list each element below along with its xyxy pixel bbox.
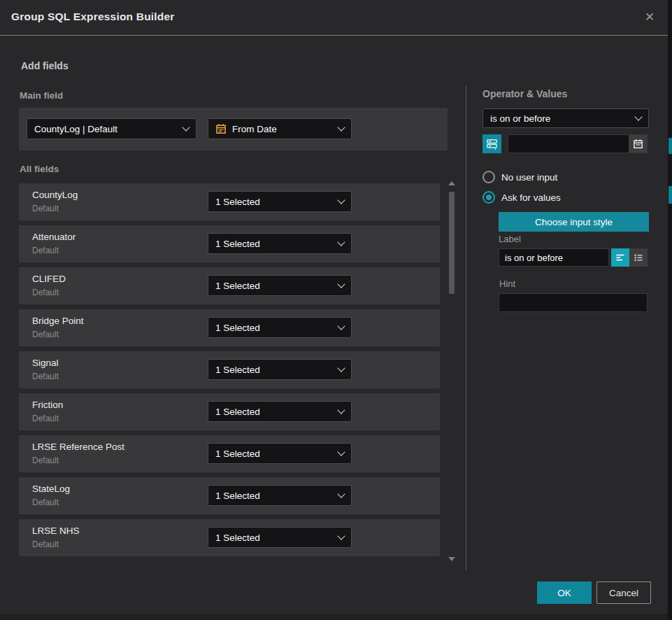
main-field-label: Main field bbox=[20, 90, 63, 101]
field-selection-value: 1 Selected bbox=[215, 449, 260, 459]
label-style-text-button[interactable] bbox=[611, 248, 629, 267]
scrollbar-thumb[interactable] bbox=[449, 192, 455, 294]
field-name: LRSE NHS bbox=[32, 526, 80, 536]
dialog-surface: Group SQL Expression Builder ✕ Add field… bbox=[0, 0, 668, 620]
operator-value: is on or before bbox=[490, 113, 550, 124]
scrollbar-up-arrow-icon[interactable] bbox=[448, 181, 455, 185]
scrollbar-down-arrow-icon[interactable] bbox=[448, 557, 455, 561]
chevron-down-icon bbox=[337, 123, 345, 131]
hint-input[interactable] bbox=[499, 293, 648, 312]
field-selection-value: 1 Selected bbox=[215, 533, 260, 543]
chevron-down-icon bbox=[337, 448, 345, 456]
chevron-down-icon bbox=[337, 280, 345, 288]
input-type-button[interactable] bbox=[482, 134, 501, 153]
chevron-down-icon bbox=[337, 364, 345, 372]
dialog-title: Group SQL Expression Builder bbox=[11, 10, 175, 23]
field-sublabel: Default bbox=[32, 246, 59, 255]
field-selection-value: 1 Selected bbox=[215, 281, 260, 291]
stacked-values-icon bbox=[485, 137, 499, 150]
field-selection-dropdown[interactable]: 1 Selected bbox=[208, 275, 352, 296]
value-field-wrap bbox=[508, 134, 648, 153]
date-picker-button[interactable] bbox=[629, 135, 647, 153]
chevron-down-icon bbox=[337, 196, 345, 204]
field-selection-value: 1 Selected bbox=[215, 365, 260, 375]
chevron-down-icon bbox=[337, 322, 345, 330]
close-icon[interactable]: ✕ bbox=[641, 9, 658, 26]
radio-no-user-input[interactable]: No user input bbox=[482, 171, 557, 183]
chevron-down-icon bbox=[337, 490, 345, 498]
background-accent-fragment bbox=[669, 186, 672, 204]
operator-dropdown[interactable]: is on or before bbox=[482, 108, 649, 128]
list-icon bbox=[633, 252, 644, 263]
radio-ask-for-values-label: Ask for values bbox=[501, 192, 561, 203]
calendar-icon bbox=[633, 139, 643, 149]
field-sublabel: Default bbox=[32, 498, 59, 507]
field-sublabel: Default bbox=[32, 540, 59, 549]
title-bar: Group SQL Expression Builder ✕ bbox=[0, 0, 668, 36]
cancel-button[interactable]: Cancel bbox=[596, 582, 651, 604]
field-name: Bridge Point bbox=[32, 316, 84, 326]
field-selection-dropdown[interactable]: 1 Selected bbox=[208, 359, 352, 380]
field-row: LRSE Reference Post Default 1 Selected bbox=[19, 435, 440, 472]
chevron-down-icon bbox=[337, 532, 345, 540]
field-selection-dropdown[interactable]: 1 Selected bbox=[208, 401, 352, 422]
field-row: Friction Default 1 Selected bbox=[19, 393, 440, 430]
radio-selected-icon bbox=[482, 191, 495, 204]
field-row: Attenuator Default 1 Selected bbox=[19, 225, 440, 262]
field-name: Friction bbox=[32, 400, 63, 410]
field-selection-dropdown[interactable]: 1 Selected bbox=[208, 485, 352, 506]
chevron-down-icon bbox=[337, 406, 345, 414]
field-selection-value: 1 Selected bbox=[215, 239, 260, 249]
field-sublabel: Default bbox=[32, 414, 59, 423]
field-sublabel: Default bbox=[32, 372, 59, 381]
main-field-date-dropdown[interactable]: From Date bbox=[208, 118, 352, 139]
field-row: CountyLog Default 1 Selected bbox=[19, 183, 440, 220]
field-row: StateLog Default 1 Selected bbox=[19, 477, 440, 514]
main-field-date-value: From Date bbox=[232, 124, 277, 134]
ok-button[interactable]: OK bbox=[537, 582, 592, 604]
field-selection-value: 1 Selected bbox=[215, 197, 260, 207]
field-name: Signal bbox=[32, 358, 59, 368]
label-field-label: Label bbox=[499, 234, 521, 244]
field-name: StateLog bbox=[32, 484, 70, 494]
field-row: Bridge Point Default 1 Selected bbox=[19, 309, 440, 346]
field-selection-dropdown[interactable]: 1 Selected bbox=[208, 191, 352, 212]
main-field-panel: CountyLog | Default From Date bbox=[19, 108, 448, 150]
field-sublabel: Default bbox=[32, 330, 59, 339]
background-app-edge bbox=[668, 0, 672, 620]
hint-field-label: Hint bbox=[499, 279, 515, 289]
field-name: LRSE Reference Post bbox=[32, 442, 124, 452]
label-input[interactable] bbox=[499, 248, 609, 267]
field-selection-dropdown[interactable]: 1 Selected bbox=[208, 527, 352, 548]
field-selection-value: 1 Selected bbox=[215, 491, 260, 501]
field-name: Attenuator bbox=[32, 232, 76, 242]
field-row: LRSE NHS Default 1 Selected bbox=[19, 519, 440, 556]
add-fields-heading: Add fields bbox=[21, 60, 69, 71]
field-selection-dropdown[interactable]: 1 Selected bbox=[208, 233, 352, 254]
all-fields-label: All fields bbox=[20, 164, 59, 174]
field-sublabel: Default bbox=[32, 288, 59, 297]
field-name: CLIFED bbox=[32, 274, 66, 284]
field-selection-value: 1 Selected bbox=[215, 323, 260, 333]
field-selection-dropdown[interactable]: 1 Selected bbox=[208, 317, 352, 338]
field-sublabel: Default bbox=[32, 204, 59, 213]
chevron-down-icon bbox=[634, 113, 642, 120]
choose-input-style-button[interactable]: Choose input style bbox=[499, 212, 649, 232]
field-selection-value: 1 Selected bbox=[215, 407, 260, 417]
chevron-down-icon bbox=[182, 123, 190, 131]
field-selection-dropdown[interactable]: 1 Selected bbox=[208, 443, 352, 464]
radio-ask-for-values[interactable]: Ask for values bbox=[482, 192, 561, 203]
operator-values-heading: Operator & Values bbox=[482, 88, 567, 99]
field-sublabel: Default bbox=[32, 456, 59, 465]
label-style-list-button[interactable] bbox=[629, 248, 648, 267]
main-field-source-value: CountyLog | Default bbox=[34, 124, 117, 134]
value-input[interactable] bbox=[508, 135, 629, 153]
field-row: Signal Default 1 Selected bbox=[19, 351, 440, 388]
dialog-bottom-edge bbox=[0, 614, 668, 620]
field-name: CountyLog bbox=[32, 190, 78, 200]
background-accent-fragment bbox=[669, 138, 672, 154]
radio-circle-icon bbox=[482, 171, 495, 183]
main-field-source-dropdown[interactable]: CountyLog | Default bbox=[27, 118, 196, 139]
panel-divider bbox=[466, 86, 466, 570]
chevron-down-icon bbox=[337, 238, 345, 246]
